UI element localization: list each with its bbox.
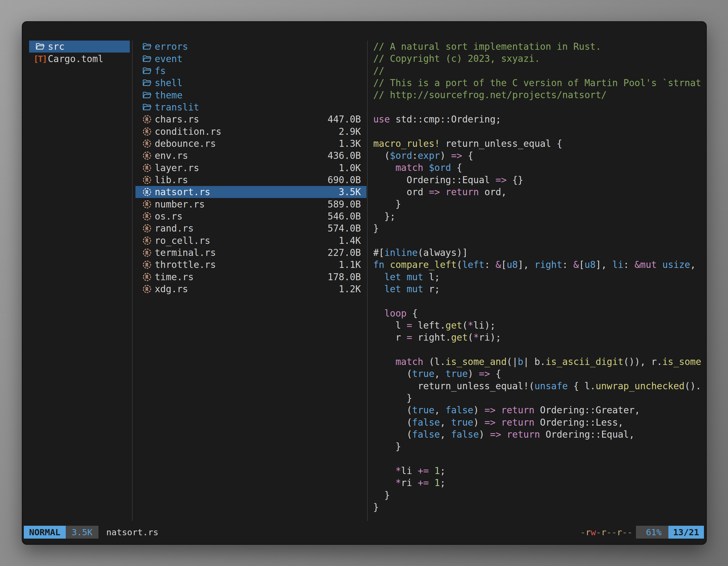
- rust-file-icon: R: [142, 235, 152, 246]
- file-name: ro_cell.rs: [155, 235, 210, 246]
- current-row-os.rs[interactable]: Ros.rs546.0B: [135, 210, 367, 222]
- current-row-number.rs[interactable]: Rnumber.rs589.0B: [135, 198, 367, 210]
- desktop-background: src[T]Cargo.toml errorseventfsshelltheme…: [0, 0, 728, 566]
- rust-file-icon: R: [142, 211, 152, 222]
- rust-file-icon: R: [142, 126, 152, 137]
- code-line: *ri += 1;: [373, 477, 706, 489]
- current-row-shell[interactable]: shell: [135, 77, 367, 89]
- current-row-translit[interactable]: translit: [135, 101, 367, 113]
- rust-file-icon: R: [142, 223, 152, 234]
- scroll-percent-chip: 61%: [636, 526, 668, 539]
- rust-file-icon: R: [142, 284, 152, 294]
- code-line: (false, false) => return Ordering::Equal…: [373, 428, 706, 440]
- code-line: }: [373, 489, 706, 501]
- current-row-terminal.rs[interactable]: Rterminal.rs227.0B: [135, 247, 367, 259]
- file-size: 1.0K: [336, 163, 361, 173]
- current-row-layer.rs[interactable]: Rlayer.rs1.0K: [135, 162, 367, 174]
- file-size: 1.1K: [336, 259, 361, 270]
- code-line: (true, true) => {: [373, 368, 706, 380]
- file-name: chars.rs: [155, 114, 199, 125]
- status-bar-left: NORMAL 3.5K natsort.rs: [24, 526, 158, 539]
- current-row-chars.rs[interactable]: Rchars.rs447.0B: [135, 113, 367, 125]
- preview-pane: // A natural sort implementation in Rust…: [373, 41, 706, 527]
- cursor-position-chip: 13/21: [668, 526, 704, 539]
- file-name: time.rs: [155, 272, 194, 283]
- file-name: natsort.rs: [155, 187, 210, 198]
- code-line: (false, true) => return Ordering::Less,: [373, 416, 706, 428]
- current-row-fs[interactable]: fs: [135, 65, 367, 77]
- folder-open-icon: [142, 102, 152, 112]
- file-size: 178.0B: [325, 272, 361, 283]
- parent-row-src[interactable]: src: [29, 41, 130, 53]
- current-row-rand.rs[interactable]: Rrand.rs574.0B: [135, 222, 367, 234]
- file-name: xdg.rs: [155, 283, 188, 294]
- current-row-natsort.rs[interactable]: Rnatsort.rs3.5K: [135, 186, 367, 198]
- code-line: let mut r;: [373, 283, 706, 295]
- rust-file-icon: R: [142, 175, 152, 185]
- file-name: terminal.rs: [155, 247, 216, 258]
- code-line: }: [373, 392, 706, 404]
- file-name: rand.rs: [155, 223, 194, 234]
- code-line: macro_rules! return_unless_equal {: [373, 138, 706, 150]
- file-size: 546.0B: [325, 211, 361, 222]
- current-row-ro_cell.rs[interactable]: Rro_cell.rs1.4K: [135, 235, 367, 247]
- current-row-theme[interactable]: theme: [135, 89, 367, 101]
- folder-open-icon: [142, 65, 152, 76]
- current-row-xdg.rs[interactable]: Rxdg.rs1.2K: [135, 283, 367, 295]
- code-line: // Copyright (c) 2023, sxyazi.: [373, 53, 706, 65]
- current-row-errors[interactable]: errors: [135, 41, 367, 53]
- code-line: use std::cmp::Ordering;: [373, 113, 706, 125]
- file-name: lib.rs: [155, 175, 188, 186]
- file-name: src: [48, 41, 65, 52]
- yazi-file-manager-window: src[T]Cargo.toml errorseventfsshelltheme…: [22, 21, 707, 545]
- current-row-lib.rs[interactable]: Rlib.rs690.0B: [135, 174, 367, 186]
- file-size-chip: 3.5K: [66, 526, 98, 539]
- code-line: // A natural sort implementation in Rust…: [373, 41, 706, 53]
- folder-open-icon: [142, 41, 152, 52]
- parent-row-Cargo.toml[interactable]: [T]Cargo.toml: [29, 53, 130, 65]
- file-name: layer.rs: [155, 163, 199, 173]
- rust-file-icon: R: [142, 248, 152, 258]
- code-line: [373, 295, 706, 307]
- rust-file-icon: R: [142, 199, 152, 210]
- code-line: loop {: [373, 307, 706, 319]
- rust-file-icon: R: [142, 272, 152, 282]
- folder-open-icon: [35, 41, 45, 52]
- status-filename: natsort.rs: [106, 527, 159, 537]
- file-name: fs: [155, 65, 166, 76]
- current-row-throttle.rs[interactable]: Rthrottle.rs1.1K: [135, 259, 367, 271]
- current-row-debounce.rs[interactable]: Rdebounce.rs1.3K: [135, 138, 367, 150]
- folder-open-icon: [142, 53, 152, 64]
- rust-file-icon: R: [142, 138, 152, 149]
- rust-file-icon: R: [142, 151, 152, 161]
- current-row-env.rs[interactable]: Renv.rs436.0B: [135, 150, 367, 162]
- folder-open-icon: [142, 78, 152, 88]
- current-row-condition.rs[interactable]: Rcondition.rs2.9K: [135, 125, 367, 137]
- code-line: }: [373, 222, 706, 234]
- file-size: 1.2K: [336, 283, 361, 294]
- current-row-event[interactable]: event: [135, 53, 367, 65]
- status-bar: NORMAL 3.5K natsort.rs -rw-r--r-- 61% 13…: [22, 526, 706, 539]
- file-name: number.rs: [155, 199, 205, 210]
- folder-open-icon: [142, 90, 152, 100]
- file-name: errors: [155, 41, 188, 52]
- current-pane: errorseventfsshellthemetranslitRchars.rs…: [135, 41, 367, 295]
- file-size: 436.0B: [325, 150, 361, 161]
- code-line: }: [373, 501, 706, 513]
- file-size: 447.0B: [325, 114, 361, 125]
- file-size: 589.0B: [325, 199, 361, 210]
- file-name: throttle.rs: [155, 259, 216, 270]
- code-line: [373, 101, 706, 113]
- code-line: [373, 235, 706, 247]
- file-name: condition.rs: [155, 126, 221, 137]
- current-row-time.rs[interactable]: Rtime.rs178.0B: [135, 271, 367, 283]
- code-line: // http://sourcefrog.net/projects/natsor…: [373, 89, 706, 101]
- file-name: theme: [155, 90, 182, 101]
- code-line: }: [373, 440, 706, 452]
- mode-indicator: NORMAL: [24, 526, 66, 539]
- rust-file-icon: R: [142, 114, 152, 125]
- file-size: 3.5K: [336, 187, 361, 198]
- file-name: Cargo.toml: [48, 53, 104, 64]
- file-size: 1.3K: [336, 138, 361, 149]
- pane-divider-left: [132, 41, 133, 521]
